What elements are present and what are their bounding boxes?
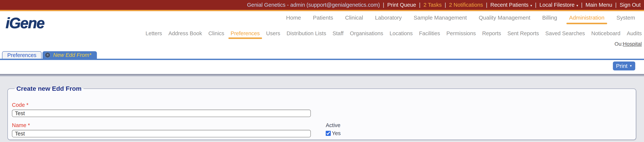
tasks-link[interactable]: 2 Tasks [423, 2, 442, 8]
print-button[interactable]: Print ▼ [613, 62, 635, 70]
content-area: Create new Edd From Code * Name * Active… [0, 76, 644, 142]
code-label: Code * [12, 102, 636, 108]
subnav-address-book[interactable]: Address Book [168, 30, 202, 36]
open-tabs: Preferences ✕ New Edd From* [2, 51, 97, 59]
app-header: iGene Home Patients Clinical Laboratory … [0, 11, 644, 51]
main-menu-link[interactable]: Main Menu [586, 2, 612, 8]
subnav-sent-reports[interactable]: Sent Reports [508, 30, 539, 36]
nav-laboratory[interactable]: Laboratory [375, 14, 402, 21]
panel-title: Create new Edd From [14, 85, 84, 92]
nav-administration[interactable]: Administration [569, 14, 604, 21]
nav-quality-management[interactable]: Quality Management [479, 14, 530, 21]
igene-logo: iGene [6, 14, 44, 32]
close-icon[interactable]: ✕ [45, 52, 50, 58]
separator: | [535, 2, 536, 8]
subnav-facilities[interactable]: Facilities [419, 30, 440, 36]
name-active-row: Name * Active Yes [12, 122, 636, 137]
nav-clinical[interactable]: Clinical [345, 14, 363, 21]
separator: | [615, 2, 617, 8]
org-unit-hospital-link[interactable]: Hospital [623, 41, 642, 47]
admin-sub-navigation: Letters Address Book Clinics Preferences… [146, 30, 642, 36]
logged-in-user: Genial Genetics - admin (support@genialg… [247, 2, 380, 8]
notifications-link[interactable]: 2 Notifications [449, 2, 483, 8]
active-yes-checkbox[interactable] [326, 131, 331, 136]
active-field-group: Active Yes [326, 122, 341, 137]
active-yes-option[interactable]: Yes [326, 130, 341, 136]
print-queue-link[interactable]: Print Queue [387, 2, 416, 8]
name-label: Name * [12, 122, 311, 128]
active-yes-label: Yes [332, 130, 341, 136]
orange-accent-stripe [0, 10, 644, 11]
subnav-clinics[interactable]: Clinics [208, 30, 224, 36]
required-marker: * [26, 102, 28, 108]
org-unit-prefix: Ou: [614, 41, 623, 47]
subnav-permissions[interactable]: Permissions [446, 30, 476, 36]
local-filestore-dropdown[interactable]: Local Filestore ▾ [540, 2, 578, 8]
subnav-locations[interactable]: Locations [390, 30, 412, 36]
name-field-group: Name * [12, 122, 311, 137]
subnav-saved-searches[interactable]: Saved Searches [545, 30, 585, 36]
nav-billing[interactable]: Billing [542, 14, 557, 21]
create-edd-from-panel: Create new Edd From Code * Name * Active… [8, 85, 636, 140]
subnav-audits[interactable]: Audits [627, 30, 642, 36]
subnav-organisations[interactable]: Organisations [350, 30, 383, 36]
tab-new-edd-from[interactable]: ✕ New Edd From* [42, 51, 97, 59]
nav-home[interactable]: Home [286, 14, 301, 21]
subnav-preferences[interactable]: Preferences [231, 30, 260, 36]
separator: | [419, 2, 420, 8]
section-divider [0, 74, 644, 76]
separator: | [486, 2, 488, 8]
separator: | [581, 2, 583, 8]
nav-system[interactable]: System [616, 14, 635, 21]
code-input[interactable] [12, 110, 311, 117]
name-input[interactable] [12, 130, 311, 137]
top-status-bar: Genial Genetics - admin (support@genialg… [0, 0, 644, 10]
required-marker: * [28, 122, 30, 128]
tab-preferences[interactable]: Preferences [2, 51, 42, 59]
separator: | [444, 2, 446, 8]
subnav-reports[interactable]: Reports [482, 30, 501, 36]
subnav-letters[interactable]: Letters [146, 30, 162, 36]
sign-out-link[interactable]: Sign Out [620, 2, 641, 8]
nav-sample-management[interactable]: Sample Management [414, 14, 467, 21]
page-toolbar: Print ▼ [0, 60, 644, 74]
subnav-distribution-lists[interactable]: Distribution Lists [286, 30, 326, 36]
chevron-down-icon: ▼ [629, 64, 632, 68]
subnav-staff[interactable]: Staff [332, 30, 344, 36]
document-tab-bar: Preferences ✕ New Edd From* [0, 51, 644, 60]
nav-patients[interactable]: Patients [313, 14, 333, 21]
chevron-down-icon: ▾ [530, 4, 532, 8]
recent-patients-dropdown[interactable]: Recent Patients ▾ [490, 2, 532, 8]
active-label: Active [326, 122, 341, 128]
main-navigation: Home Patients Clinical Laboratory Sample… [286, 14, 635, 21]
subnav-noticeboard[interactable]: Noticeboard [591, 30, 620, 36]
active-tab-underline [0, 59, 644, 60]
chevron-down-icon: ▾ [576, 4, 578, 8]
org-unit-indicator: Ou:Hospital [614, 41, 642, 47]
subnav-users[interactable]: Users [266, 30, 280, 36]
separator: | [383, 2, 384, 8]
